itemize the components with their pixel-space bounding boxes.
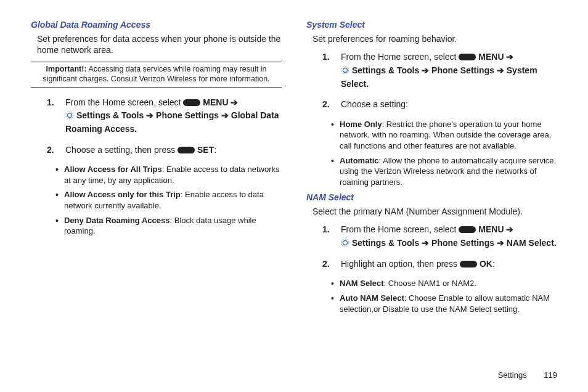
step-text: From the Home screen, select bbox=[65, 97, 183, 107]
soft-key-icon bbox=[459, 226, 476, 233]
menu-label: MENU ➔ bbox=[478, 52, 513, 62]
intro-text: Set preferences for roaming behavior. bbox=[312, 33, 557, 44]
step-item: Choose a setting: bbox=[322, 98, 557, 112]
path-phone-settings: Phone Settings bbox=[156, 110, 221, 120]
section-heading-global-data-roaming: Global Data Roaming Access bbox=[31, 20, 282, 30]
list-item: NAM Select: Choose NAM1 or NAM2. bbox=[331, 278, 557, 289]
intro-text: Set preferences for data access when you… bbox=[37, 33, 282, 55]
page-number: 119 bbox=[544, 370, 557, 380]
steps-list: From the Home screen, select MENU ➔ Sett… bbox=[322, 223, 557, 271]
gear-icon bbox=[341, 66, 349, 75]
option-name: Deny Data Roaming Access bbox=[64, 216, 169, 225]
list-item: Auto NAM Select: Choose Enable to allow … bbox=[331, 293, 557, 314]
important-label: Important!: bbox=[46, 65, 87, 73]
menu-label: MENU ➔ bbox=[203, 97, 238, 107]
option-name: Home Only bbox=[340, 120, 382, 129]
right-column: System Select Set preferences for roamin… bbox=[306, 20, 557, 318]
option-name: Auto NAM Select bbox=[340, 293, 404, 303]
step-item: From the Home screen, select MENU ➔ Sett… bbox=[322, 51, 557, 91]
step-text: From the Home screen, select bbox=[341, 224, 459, 234]
option-desc: : Choose NAM1 or NAM2. bbox=[384, 279, 476, 288]
section-heading-nam-select: NAM Select bbox=[306, 192, 557, 202]
important-notice: Important!: Accessing data services whil… bbox=[31, 62, 282, 87]
content-columns: Global Data Roaming Access Set preferenc… bbox=[31, 20, 557, 318]
steps-list: From the Home screen, select MENU ➔ Sett… bbox=[322, 51, 557, 112]
soft-key-icon bbox=[459, 54, 476, 60]
list-item: Home Only: Restrict the phone's operatio… bbox=[331, 119, 557, 152]
soft-key-icon bbox=[183, 99, 200, 106]
path-settings-tools: Settings & Tools bbox=[352, 238, 422, 248]
soft-key-icon bbox=[460, 261, 477, 267]
path-settings-tools: Settings & Tools bbox=[352, 65, 422, 75]
section-heading-system-select: System Select bbox=[306, 20, 557, 30]
options-list: NAM Select: Choose NAM1 or NAM2. Auto NA… bbox=[331, 278, 557, 314]
step-text: Highlight an option, then press bbox=[341, 259, 460, 269]
option-name: Automatic bbox=[340, 156, 379, 165]
step-text: Choose a setting: bbox=[341, 99, 408, 109]
left-column: Global Data Roaming Access Set preferenc… bbox=[31, 20, 282, 318]
svg-point-0 bbox=[68, 113, 72, 118]
list-item: Allow Access for All Trips: Enable acces… bbox=[55, 164, 282, 186]
list-item: Allow Access only for this Trip: Enable … bbox=[55, 189, 282, 211]
page-footer: Settings 119 bbox=[498, 370, 557, 380]
gear-icon bbox=[341, 239, 349, 247]
step-item: From the Home screen, select MENU ➔ Sett… bbox=[47, 96, 282, 136]
list-item: Deny Data Roaming Access: Block data usa… bbox=[55, 215, 282, 237]
step-text: From the Home screen, select bbox=[341, 52, 459, 62]
options-list: Allow Access for All Trips: Enable acces… bbox=[55, 164, 282, 236]
path-phone-settings: Phone Settings bbox=[431, 65, 497, 75]
option-name: Allow Access for All Trips bbox=[64, 165, 162, 174]
menu-label: MENU ➔ bbox=[478, 224, 513, 234]
steps-list: From the Home screen, select MENU ➔ Sett… bbox=[47, 96, 282, 157]
step-item: Highlight an option, then press OK: bbox=[322, 258, 557, 271]
footer-section-label: Settings bbox=[498, 370, 527, 380]
svg-point-4 bbox=[343, 241, 348, 245]
svg-point-2 bbox=[343, 68, 348, 72]
soft-key-icon bbox=[178, 147, 195, 153]
step-item: Choose a setting, then press SET: bbox=[47, 144, 282, 157]
path-target: NAM Select bbox=[507, 238, 554, 248]
step-item: From the Home screen, select MENU ➔ Sett… bbox=[322, 223, 557, 250]
ok-label: OK bbox=[480, 259, 492, 269]
gear-icon bbox=[65, 111, 74, 120]
path-phone-settings: Phone Settings bbox=[431, 238, 497, 248]
intro-text: Select the primary NAM (Number Assignmen… bbox=[312, 206, 557, 217]
option-name: Allow Access only for this Trip bbox=[64, 190, 181, 199]
step-text: Choose a setting, then press bbox=[65, 145, 178, 155]
set-label: SET bbox=[197, 145, 214, 155]
option-name: NAM Select bbox=[340, 279, 384, 288]
path-settings-tools: Settings & Tools bbox=[76, 110, 146, 120]
list-item: Automatic: Allow the phone to automatica… bbox=[331, 155, 557, 188]
options-list: Home Only: Restrict the phone's operatio… bbox=[331, 119, 557, 187]
